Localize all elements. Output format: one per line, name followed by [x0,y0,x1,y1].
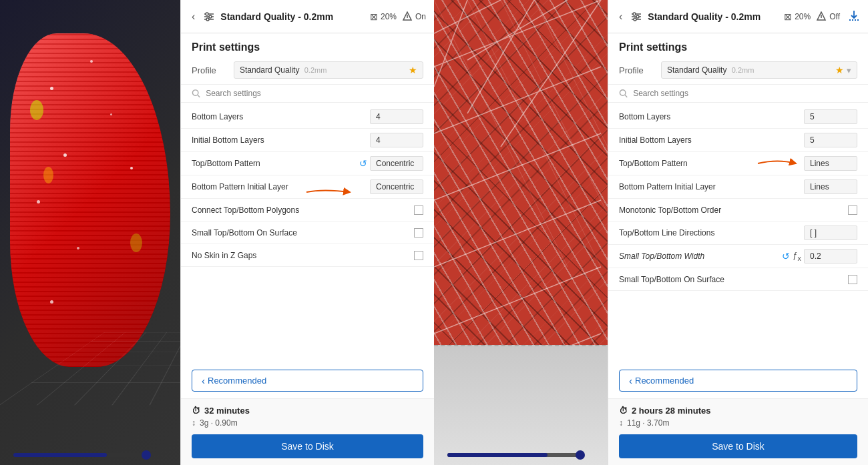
left-setting-bottom-pattern-initial: Bottom Pattern Initial Layer Conc [181,175,434,199]
left-setting-name-connect-polygons: Connect Top/Bottom Polygons [192,205,414,215]
infill-icon-left: ⊠ [370,11,378,22]
left-setting-value-initial-bottom-layers[interactable]: 4 [370,133,423,147]
left-settings-list: Bottom Layers 4 Initial Bottom Layers 4 … [181,103,434,363]
left-search-icon [192,89,200,98]
right-setting-value-line-directions[interactable]: [ ] [804,225,857,240]
right-setting-value-top-bottom-pattern[interactable]: Lines [804,156,857,171]
right-setting-value-bottom-layers[interactable]: 5 [804,109,857,124]
left-chevron-icon: ‹ [202,375,205,386]
left-setting-initial-bottom-layers: Initial Bottom Layers 4 [181,129,434,152]
svg-point-5 [206,18,209,21]
svg-line-34 [625,95,627,97]
right-recommended-button[interactable]: ‹ Recommended [619,370,857,392]
left-time-value: 32 minutes [204,406,250,416]
right-profile-value: Standard Quality 0.2mm [667,65,754,75]
left-checkbox-no-skin[interactable] [414,251,423,260]
left-setting-name-no-skin: No Skin in Z Gaps [192,251,414,260]
right-setting-initial-bottom-layers: Initial Bottom Layers 5 [608,129,868,152]
svg-line-16 [467,0,534,113]
right-setting-name-small-on-surface: Small Top/Bottom On Surface [619,275,848,284]
svg-line-17 [501,0,601,147]
svg-point-27 [636,15,639,18]
left-checkbox-connect-polygons[interactable] [414,205,423,215]
right-collapse-button[interactable]: ‹ [616,9,625,24]
right-print-settings-title: Print settings [608,33,868,57]
right-setting-line-directions: Top/Bottom Line Directions [ ] [608,221,868,245]
right-setting-name-monotonic: Monotonic Top/Bottom Order [619,205,848,215]
left-profile-value-box[interactable]: Standard Quality 0.2mm ★ [234,61,423,79]
left-save-button[interactable]: Save to Disk [192,434,423,458]
right-weight-row: ↕ 11g · 3.70m [619,418,857,428]
right-setting-value-bottom-pattern-initial[interactable]: Lines [804,179,857,194]
left-viewport: ‹ Standard Quality - 0.2mm ⊠ 20% [0,0,434,465]
svg-point-1 [206,13,208,15]
right-viewport: ‹ Standard Quality - 0.2mm ⊠ 20% [434,0,868,465]
right-bottom-info: ⏱ 2 hours 28 minutes ↕ 11g · 3.70m Save … [608,398,868,465]
right-infill-badge: ⊠ 20% [784,11,811,22]
left-setting-top-bottom-pattern: Top/Bottom Pattern ↺ Concentric [181,152,434,175]
right-profile-value-box[interactable]: Standard Quality 0.2mm ★ ▾ [661,61,857,79]
left-setting-bottom-layers: Bottom Layers 4 [181,105,434,129]
left-setting-value-top-bottom-pattern[interactable]: Concentric [370,156,423,171]
right-dropdown-icon[interactable]: ▾ [847,65,851,75]
right-setting-name-bottom-pattern-initial: Bottom Pattern Initial Layer [619,182,804,191]
settings-sliders-icon-left [203,11,215,23]
right-profile-label: Profile [619,65,656,75]
right-time-value: 2 hours 28 minutes [632,406,710,416]
svg-line-18 [434,0,501,33]
right-chevron-icon: ‹ [629,375,632,386]
left-infill-badge: ⊠ 20% [370,11,397,22]
right-fx-icon[interactable]: ƒx [793,250,801,262]
right-reset-icon-small-width[interactable]: ↺ [782,251,790,262]
left-search-input[interactable] [206,89,423,98]
left-setting-name-small-top-bottom: Small Top/Bottom On Surface [192,228,414,238]
left-weight-icon: ↕ [192,418,196,428]
svg-line-15 [434,0,467,87]
right-setting-value-small-width[interactable]: 0.2 [804,249,857,264]
left-reset-icon-pattern[interactable]: ↺ [359,158,367,169]
right-save-button[interactable]: Save to Disk [619,434,857,458]
left-setting-small-top-bottom: Small Top/Bottom On Surface [181,221,434,244]
right-recommended-label: Recommended [635,376,694,386]
left-profile-name: Standard Quality - 0.2mm [220,11,365,22]
right-progress-bar[interactable] [447,453,581,457]
left-star-icon[interactable]: ★ [409,65,417,75]
left-setting-value-bottom-pattern-initial[interactable]: Concentric [370,179,423,194]
right-setting-value-initial-bottom-layers[interactable]: 5 [804,133,857,147]
left-setting-value-bottom-layers[interactable]: 4 [370,109,423,124]
right-profile-row: Profile Standard Quality 0.2mm ★ ▾ [608,57,868,85]
left-orange-arrow [303,185,357,199]
left-weight-row: ↕ 3g · 0.90m [192,418,423,428]
left-collapse-button[interactable]: ‹ [189,9,198,24]
right-setting-bottom-layers: Bottom Layers 5 [608,105,868,129]
left-profile-label: Profile [192,65,228,75]
right-checkbox-monotonic[interactable] [848,205,857,215]
right-download-icon[interactable] [848,9,860,23]
right-setting-small-on-surface: Small Top/Bottom On Surface [608,268,868,291]
right-time-row: ⏱ 2 hours 28 minutes [619,406,857,416]
left-progress-bar[interactable] [13,453,147,457]
right-setting-name-initial-bottom-layers: Initial Bottom Layers [619,135,804,145]
right-search-icon [619,89,628,98]
svg-point-25 [633,13,636,15]
left-time-row: ⏱ 32 minutes [192,406,423,416]
left-time-icon: ⏱ [192,406,200,416]
left-recommended-label: Recommended [208,376,266,386]
right-star-icon[interactable]: ★ [835,65,844,75]
right-orange-arrow [754,156,801,171]
left-recommended-button[interactable]: ‹ Recommended [192,370,423,392]
infill-icon-right: ⊠ [784,11,792,22]
right-weight-icon: ↕ [619,418,623,428]
left-settings-panel: ‹ Standard Quality - 0.2mm ⊠ 20% [180,0,434,465]
right-search-input[interactable] [633,89,857,98]
right-top-bar: ‹ Standard Quality - 0.2mm ⊠ 20% [608,0,868,33]
left-support-badge: On [402,11,426,22]
right-support-badge: Off [816,11,840,22]
svg-point-7 [192,90,198,95]
right-settings-list: Bottom Layers 5 Initial Bottom Layers 5 … [608,103,868,363]
left-bottom-info: ⏱ 32 minutes ↕ 3g · 0.90m Save to Disk [181,398,434,465]
left-setting-name-top-bottom-pattern: Top/Bottom Pattern [192,159,359,168]
left-checkbox-small-top-bottom[interactable] [414,228,423,238]
right-checkbox-small-on-surface[interactable] [848,275,857,284]
svg-point-29 [634,18,636,21]
